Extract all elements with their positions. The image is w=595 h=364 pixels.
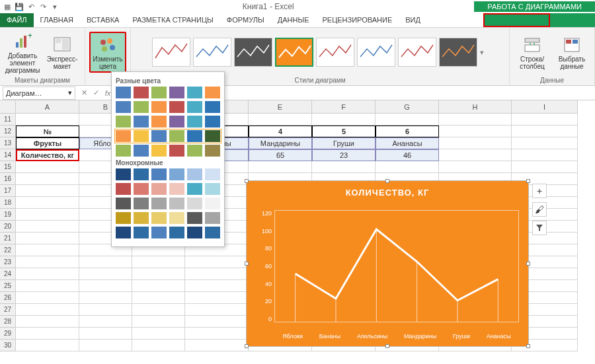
- chart-style-2[interactable]: [193, 38, 231, 67]
- tab-design[interactable]: КОНСТРУКТОР: [483, 13, 550, 27]
- color-scheme-row[interactable]: [116, 101, 220, 113]
- color-swatch[interactable]: [116, 227, 131, 238]
- row-header-20[interactable]: 20: [0, 221, 16, 233]
- color-swatch[interactable]: [205, 183, 220, 195]
- color-swatch[interactable]: [187, 212, 202, 224]
- cell-F15[interactable]: [312, 161, 376, 173]
- cell-D26[interactable]: [185, 292, 249, 304]
- cell-G12[interactable]: 6: [376, 126, 439, 137]
- cell-A25[interactable]: [16, 280, 79, 292]
- cell-D27[interactable]: [185, 304, 249, 316]
- row-header-17[interactable]: 17: [0, 185, 16, 197]
- chart-style-1[interactable]: [152, 38, 190, 67]
- color-swatch[interactable]: [116, 198, 131, 209]
- cell-D29[interactable]: [185, 328, 249, 340]
- cell-H13[interactable]: [439, 137, 512, 149]
- color-swatch[interactable]: [187, 145, 202, 157]
- color-swatch[interactable]: [134, 116, 149, 127]
- color-swatch[interactable]: [205, 116, 220, 127]
- cell-B25[interactable]: [79, 280, 132, 292]
- cell-D28[interactable]: [185, 316, 249, 328]
- cell-C25[interactable]: [132, 280, 185, 292]
- row-header-24[interactable]: 24: [0, 268, 16, 280]
- cell-B27[interactable]: [79, 304, 132, 316]
- cell-I13[interactable]: [512, 137, 578, 149]
- chart-style-4[interactable]: [275, 38, 313, 67]
- col-header-I[interactable]: I: [512, 100, 578, 114]
- color-swatch[interactable]: [205, 212, 220, 224]
- cell-B28[interactable]: [79, 316, 132, 328]
- tab-review[interactable]: РЕЦЕНЗИРОВАНИЕ: [315, 13, 399, 27]
- tab-data[interactable]: ДАННЫЕ: [271, 13, 316, 27]
- select-data-button[interactable]: Выбрать данные: [553, 34, 590, 70]
- cell-G11[interactable]: [376, 114, 439, 126]
- cell-A21[interactable]: [16, 233, 79, 244]
- color-swatch[interactable]: [134, 198, 149, 209]
- cell-F11[interactable]: [312, 114, 376, 126]
- row-header-27[interactable]: 27: [0, 304, 16, 316]
- color-swatch[interactable]: [205, 101, 220, 113]
- row-header-30[interactable]: 30: [0, 340, 16, 351]
- color-swatch[interactable]: [134, 87, 149, 98]
- color-swatch[interactable]: [169, 101, 184, 113]
- cell-A16[interactable]: [16, 173, 79, 185]
- row-header-12[interactable]: 12: [0, 126, 16, 137]
- cell-A19[interactable]: [16, 209, 79, 221]
- color-swatch[interactable]: [187, 198, 202, 209]
- color-swatch[interactable]: [151, 183, 167, 195]
- color-swatch[interactable]: [187, 87, 202, 98]
- cell-C29[interactable]: [132, 328, 185, 340]
- change-colors-dropdown[interactable]: Разные цвета Монохромные: [111, 71, 225, 247]
- redo-icon[interactable]: ↷: [38, 2, 48, 11]
- color-swatch[interactable]: [187, 183, 202, 195]
- chart-brush-button[interactable]: 🖌: [532, 202, 547, 217]
- color-swatch[interactable]: [187, 130, 202, 142]
- color-scheme-row[interactable]: [116, 198, 220, 209]
- row-header-23[interactable]: 23: [0, 256, 16, 268]
- color-swatch[interactable]: [205, 168, 220, 180]
- color-scheme-row[interactable]: [116, 87, 220, 98]
- color-swatch[interactable]: [134, 227, 149, 238]
- tab-file[interactable]: ФАЙЛ: [0, 13, 34, 27]
- styles-more-button[interactable]: ▾: [480, 48, 488, 57]
- color-swatch[interactable]: [151, 198, 167, 209]
- cell-E12[interactable]: 4: [249, 126, 312, 137]
- cell-D24[interactable]: [185, 268, 249, 280]
- color-scheme-row[interactable]: [116, 116, 220, 127]
- tab-page-layout[interactable]: РАЗМЕТКА СТРАНИЦЫ: [126, 13, 219, 27]
- color-swatch[interactable]: [169, 145, 184, 157]
- chart-style-6[interactable]: [357, 38, 395, 67]
- name-box-dropdown-icon[interactable]: ▾: [68, 89, 72, 97]
- row-header-28[interactable]: 28: [0, 316, 16, 328]
- cell-H11[interactable]: [439, 114, 512, 126]
- col-header-H[interactable]: H: [439, 100, 512, 114]
- cell-E13[interactable]: Мандарины: [249, 137, 312, 149]
- color-swatch[interactable]: [134, 212, 149, 224]
- row-header-14[interactable]: 14: [0, 149, 16, 161]
- save-icon[interactable]: 💾: [15, 2, 24, 11]
- chart-style-5[interactable]: [316, 38, 354, 67]
- cell-H14[interactable]: [439, 149, 512, 161]
- cell-G15[interactable]: [376, 161, 439, 173]
- row-header-16[interactable]: 16: [0, 173, 16, 185]
- cell-A17[interactable]: [16, 185, 79, 197]
- cell-E11[interactable]: [249, 114, 312, 126]
- cell-A11[interactable]: [16, 114, 79, 126]
- cell-A12[interactable]: №: [16, 126, 79, 137]
- name-box[interactable]: Диаграм… ▾: [3, 87, 75, 100]
- chart-title[interactable]: КОЛИЧЕСТВО, КГ: [247, 181, 528, 201]
- color-swatch[interactable]: [169, 198, 184, 209]
- select-all-corner[interactable]: [0, 100, 16, 114]
- cell-A23[interactable]: [16, 256, 79, 268]
- cell-E15[interactable]: [249, 161, 312, 173]
- color-swatch[interactable]: [134, 168, 149, 180]
- color-swatch[interactable]: [151, 116, 167, 127]
- color-swatch[interactable]: [116, 116, 131, 127]
- color-swatch[interactable]: [151, 101, 167, 113]
- cell-B29[interactable]: [79, 328, 132, 340]
- switch-row-column-button[interactable]: Строка/ столбец: [514, 34, 551, 70]
- row-header-29[interactable]: 29: [0, 328, 16, 340]
- row-header-25[interactable]: 25: [0, 280, 16, 292]
- cell-B26[interactable]: [79, 292, 132, 304]
- color-swatch[interactable]: [169, 168, 184, 180]
